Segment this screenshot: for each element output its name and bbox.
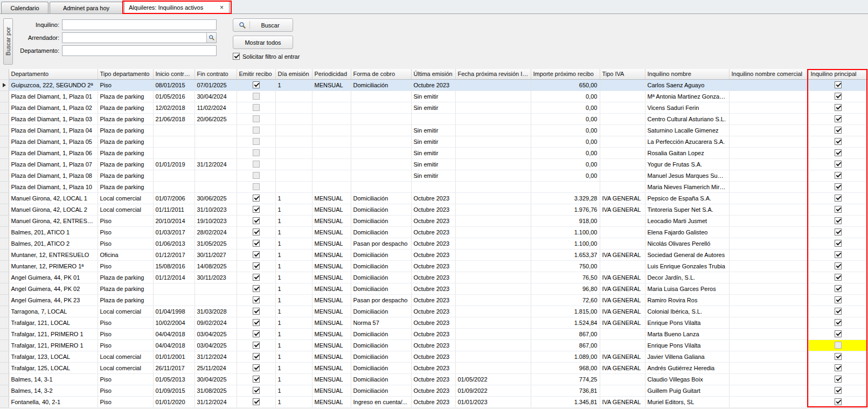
table-row[interactable]: Plaza del Diamant, 1, Plaza 02Plaza de p…	[0, 102, 867, 113]
departamento-input[interactable]	[62, 45, 217, 56]
cell-fin[interactable]	[195, 181, 237, 192]
cell-ultima[interactable]: Sin emitir	[411, 102, 455, 113]
table-row[interactable]: Plaza del Diamant, 1, Plaza 01Plaza de p…	[0, 91, 867, 102]
cell-ipc[interactable]	[455, 204, 531, 215]
cell-tipo[interactable]: Piso	[98, 260, 153, 272]
cell-dia[interactable]: 1	[275, 306, 312, 317]
cell-emitir[interactable]	[237, 124, 275, 136]
cell-principal[interactable]	[808, 385, 867, 396]
cell-tipo[interactable]: Plaza de parking	[98, 181, 153, 192]
cell-principal[interactable]	[808, 317, 867, 328]
cell-inicio[interactable]: 01/01/2001	[153, 351, 195, 362]
cell-com[interactable]	[729, 249, 808, 260]
cell-dep[interactable]: Trafalgar, 121, LOCAL	[9, 317, 98, 328]
cell-ultima[interactable]: Octubre 2023	[411, 204, 455, 215]
cell-fin[interactable]: 25/11/2024	[195, 362, 237, 373]
cell-inq[interactable]: Maria Luisa Garces Peros	[645, 283, 729, 294]
cell-importe[interactable]: 1.815,00	[531, 306, 600, 317]
cell-ultima[interactable]: Octubre 2023	[411, 192, 455, 204]
cell-com[interactable]	[729, 124, 808, 136]
cell-iva[interactable]	[600, 102, 645, 113]
cell-emitir[interactable]	[237, 204, 275, 215]
table-row[interactable]: Trafalgar, 125, LOCALLocal comercial26/1…	[0, 362, 867, 373]
cell-importe[interactable]: 736,81	[531, 385, 600, 396]
cell-importe[interactable]: 76,50	[531, 272, 600, 283]
cell-fin[interactable]	[195, 136, 237, 147]
cell-emitir[interactable]	[237, 113, 275, 124]
checked-checkbox-icon[interactable]	[253, 330, 260, 337]
cell-inq[interactable]: Marta Bueno Lanza	[645, 328, 729, 339]
cell-ultima[interactable]: Sin emitir	[411, 124, 455, 136]
cell-inq[interactable]: Mª Antonia Martinez Gonzalez	[645, 91, 729, 102]
cell-principal[interactable]	[808, 272, 867, 283]
cell-inq[interactable]: Maria Nieves Flamerich Miralles	[645, 181, 729, 192]
column-header-inicio[interactable]: Inicio contrato	[153, 69, 195, 79]
cell-tipo[interactable]: Plaza de parking	[98, 283, 153, 294]
cell-ipc[interactable]	[455, 328, 531, 339]
cell-importe[interactable]	[531, 181, 600, 192]
cell-emitir[interactable]	[237, 79, 275, 91]
cell-emitir[interactable]	[237, 385, 275, 396]
cell-dep[interactable]: Trafalgar, 125, LOCAL	[9, 362, 98, 373]
checked-checkbox-icon[interactable]	[835, 183, 842, 190]
cell-inicio[interactable]: 01/05/2013	[153, 373, 195, 385]
unchecked-checkbox-icon[interactable]	[253, 104, 260, 111]
cell-tipo[interactable]: Piso	[98, 396, 153, 407]
unchecked-checkbox-icon[interactable]	[253, 149, 260, 156]
cell-com[interactable]	[729, 238, 808, 249]
cell-inicio[interactable]: 01/04/1998	[153, 306, 195, 317]
cell-ultima[interactable]: Octubre 2023	[411, 294, 455, 306]
mostrar-todos-button[interactable]: Mostrar todos	[233, 36, 293, 49]
cell-dia[interactable]: 1	[275, 396, 312, 407]
checked-checkbox-icon[interactable]	[835, 364, 842, 371]
cell-principal[interactable]	[808, 396, 867, 407]
cell-principal[interactable]	[808, 124, 867, 136]
cell-ultima[interactable]: Octubre 2023	[411, 226, 455, 238]
cell-inicio[interactable]: 01/07/2006	[153, 192, 195, 204]
cell-forma[interactable]: Domiciliación	[351, 215, 411, 226]
cell-principal[interactable]	[808, 102, 867, 113]
cell-dep[interactable]: Fontanella, 40, 2-1	[9, 396, 98, 407]
cell-fin[interactable]: 09/02/2024	[195, 317, 237, 328]
cell-importe[interactable]: 0,00	[531, 170, 600, 181]
cell-emitir[interactable]	[237, 238, 275, 249]
cell-dia[interactable]	[275, 102, 312, 113]
cell-inq[interactable]: Yogur de Frutas S.A.	[645, 158, 729, 170]
cell-importe[interactable]: 867,00	[531, 328, 600, 339]
cell-forma[interactable]	[351, 136, 411, 147]
cell-principal[interactable]	[808, 351, 867, 362]
cell-inicio[interactable]: 04/04/2018	[153, 328, 195, 339]
cell-dep[interactable]: Plaza del Diamant, 1, Plaza 07	[9, 158, 98, 170]
cell-tipo[interactable]: Oficina	[98, 249, 153, 260]
cell-tipo[interactable]: Plaza de parking	[98, 102, 153, 113]
cell-forma[interactable]: Domiciliación	[351, 385, 411, 396]
cell-com[interactable]	[729, 113, 808, 124]
cell-tipo[interactable]: Piso	[98, 339, 153, 351]
checked-checkbox-icon[interactable]	[253, 274, 260, 281]
cell-dep[interactable]: Plaza del Diamant, 1, Plaza 01	[9, 91, 98, 102]
cell-dia[interactable]: 1	[275, 192, 312, 204]
cell-per[interactable]	[312, 170, 351, 181]
cell-importe[interactable]: 96,80	[531, 283, 600, 294]
cell-dia[interactable]: 1	[275, 260, 312, 272]
cell-inq[interactable]: Enrique Pons Vilalta	[645, 339, 729, 351]
cell-dep[interactable]: Guipuzcoa, 222, SEGUNDO 2ª	[9, 79, 98, 91]
checked-checkbox-icon[interactable]	[253, 398, 260, 405]
unchecked-checkbox-icon[interactable]	[253, 138, 260, 145]
cell-importe[interactable]: 1.345,81	[531, 396, 600, 407]
cell-importe[interactable]: 750,00	[531, 260, 600, 272]
table-row[interactable]: Angel Guimera, 44, PK 02Plaza de parking…	[0, 283, 867, 294]
cell-per[interactable]: MENSUAL	[312, 260, 351, 272]
table-row[interactable]: Angel Guimera, 44, PK 01Plaza de parking…	[0, 272, 867, 283]
cell-inicio[interactable]: 01/01/2019	[153, 158, 195, 170]
column-header-dep[interactable]: Departamento	[9, 69, 98, 79]
checked-checkbox-icon[interactable]	[253, 387, 260, 394]
cell-inq[interactable]: Manuel Jesus Marques Suarez	[645, 170, 729, 181]
cell-inicio[interactable]: 20/10/2014	[153, 215, 195, 226]
cell-dep[interactable]: Manuel Girona, 42, ENTRESUELO	[9, 215, 98, 226]
cell-emitir[interactable]	[237, 328, 275, 339]
cell-ipc[interactable]	[455, 306, 531, 317]
checked-checkbox-icon[interactable]	[253, 228, 260, 235]
checked-checkbox-icon[interactable]	[835, 285, 842, 292]
cell-fin[interactable]: 31/12/2024	[195, 351, 237, 362]
